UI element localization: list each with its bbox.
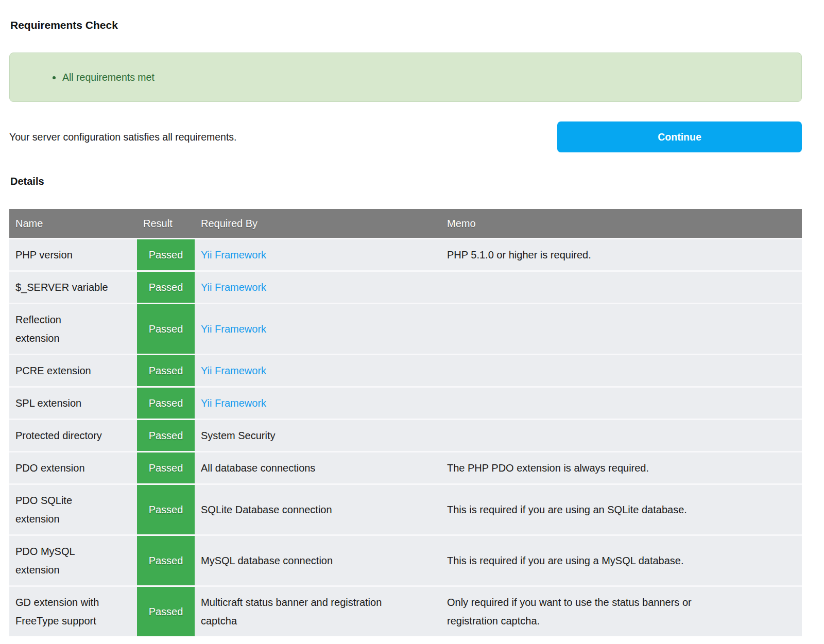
memo-cell: This is required if you are using an SQL… (441, 484, 802, 535)
result-badge: Passed (137, 484, 195, 535)
required-by-link[interactable]: Yii Framework (201, 282, 266, 293)
result-badge: Passed (137, 355, 195, 387)
result-badge: Passed (137, 271, 195, 304)
table-row: PDO MySQL extensionPassedMySQL database … (9, 535, 802, 586)
header-row: NameResultRequired ByMemo (9, 209, 802, 239)
required-by-cell: SQLite Database connection (195, 484, 441, 535)
requirement-name: GD extension with FreeType support (9, 586, 137, 637)
table-header: NameResultRequired ByMemo (9, 209, 802, 239)
details-heading: Details (10, 175, 802, 187)
required-by-link[interactable]: Yii Framework (201, 249, 266, 260)
result-badge: Passed (137, 387, 195, 420)
alert-list: All requirements met (10, 71, 791, 83)
table-row: PDO SQLite extensionPassedSQLite Databas… (9, 484, 802, 535)
memo-cell: The PHP PDO extension is always required… (441, 452, 802, 484)
summary-text: Your server configuration satisfies all … (9, 131, 237, 143)
required-by-text: All database connections (201, 462, 315, 474)
page-title: Requirements Check (10, 19, 802, 31)
required-by-cell: Yii Framework (195, 355, 441, 387)
result-badge: Passed (137, 452, 195, 484)
required-by-cell: All database connections (195, 452, 441, 484)
table-row: GD extension with FreeType supportPassed… (9, 586, 802, 637)
required-by-text: SQLite Database connection (201, 504, 332, 515)
result-badge: Passed (137, 420, 195, 452)
table-row: PDO extensionPassedAll database connecti… (9, 452, 802, 484)
required-by-text: MySQL database connection (201, 555, 333, 566)
required-by-text: System Security (201, 430, 275, 441)
requirement-name: Protected directory (9, 420, 137, 452)
result-badge: Passed (137, 535, 195, 586)
result-badge: Passed (137, 239, 195, 271)
requirement-name: PDO MySQL extension (9, 535, 137, 586)
success-alert: All requirements met (9, 53, 802, 102)
required-by-link[interactable]: Yii Framework (201, 365, 266, 376)
table-body: PHP versionPassedYii FrameworkPHP 5.1.0 … (9, 239, 802, 637)
required-by-cell: Multicraft status banner and registratio… (195, 586, 441, 637)
requirement-name: PDO extension (9, 452, 137, 484)
requirement-name: PCRE extension (9, 355, 137, 387)
requirement-name: SPL extension (9, 387, 137, 420)
details-table: NameResultRequired ByMemo PHP versionPas… (9, 209, 802, 636)
table-row: Reflection extensionPassedYii Framework (9, 304, 802, 355)
result-badge: Passed (137, 304, 195, 355)
memo-cell: Only required if you want to use the sta… (441, 586, 802, 637)
page-container: Requirements Check All requirements met … (9, 19, 802, 636)
column-header-required-by: Required By (195, 209, 441, 239)
required-by-cell: Yii Framework (195, 271, 441, 304)
column-header-memo: Memo (441, 209, 802, 239)
memo-cell: PHP 5.1.0 or higher is required. (441, 239, 802, 271)
table-row: SPL extensionPassedYii Framework (9, 387, 802, 420)
result-badge: Passed (137, 586, 195, 637)
memo-cell (441, 271, 802, 304)
required-by-text: Multicraft status banner and registratio… (201, 597, 382, 626)
required-by-cell: Yii Framework (195, 239, 441, 271)
memo-cell (441, 304, 802, 355)
required-by-link[interactable]: Yii Framework (201, 323, 266, 335)
alert-item: All requirements met (62, 71, 791, 83)
requirement-name: PHP version (9, 239, 137, 271)
column-header-result: Result (137, 209, 195, 239)
required-by-link[interactable]: Yii Framework (201, 397, 266, 409)
table-row: Protected directoryPassedSystem Security (9, 420, 802, 452)
memo-cell (441, 420, 802, 452)
memo-cell: This is required if you are using a MySQ… (441, 535, 802, 586)
required-by-cell: MySQL database connection (195, 535, 441, 586)
summary-row: Your server configuration satisfies all … (9, 121, 802, 152)
required-by-cell: Yii Framework (195, 304, 441, 355)
required-by-cell: System Security (195, 420, 441, 452)
table-row: $_SERVER variablePassedYii Framework (9, 271, 802, 304)
required-by-cell: Yii Framework (195, 387, 441, 420)
table-row: PCRE extensionPassedYii Framework (9, 355, 802, 387)
requirement-name: $_SERVER variable (9, 271, 137, 304)
memo-cell (441, 355, 802, 387)
table-row: PHP versionPassedYii FrameworkPHP 5.1.0 … (9, 239, 802, 271)
memo-cell (441, 387, 802, 420)
requirement-name: PDO SQLite extension (9, 484, 137, 535)
requirement-name: Reflection extension (9, 304, 137, 355)
continue-button[interactable]: Continue (557, 121, 802, 152)
column-header-name: Name (9, 209, 137, 239)
